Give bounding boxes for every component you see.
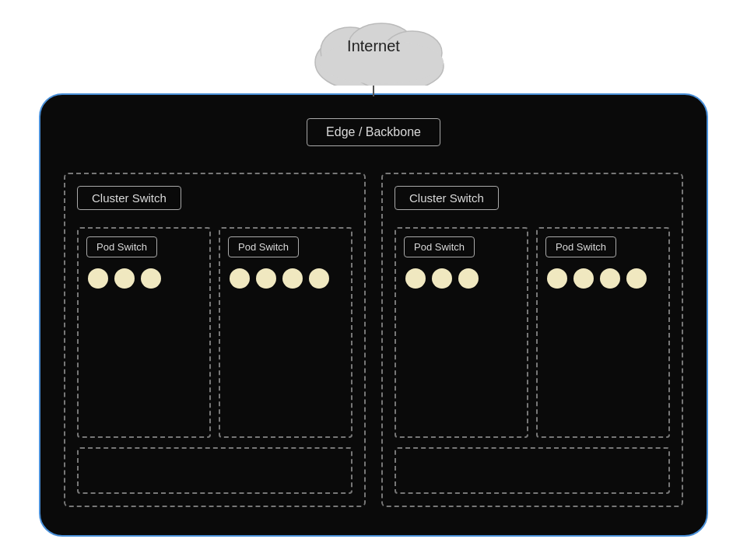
server-dot xyxy=(256,268,276,289)
pods-row-left: Pod Switch Pod Switch xyxy=(77,227,352,438)
pods-row-right: Pod Switch Pod Switch xyxy=(395,227,670,438)
pod-switch-right-1-label: Pod Switch xyxy=(404,236,475,257)
cluster-right: Cluster Switch Pod Switch Pod Switch xyxy=(381,173,683,507)
clusters-row: Cluster Switch Pod Switch Pod Switch xyxy=(64,173,683,507)
pod-left-2: Pod Switch xyxy=(219,227,352,438)
servers-row-right-1 xyxy=(404,265,519,292)
server-dot xyxy=(626,268,647,289)
cloud-shape: Internet xyxy=(296,16,451,86)
server-dot xyxy=(600,268,620,289)
servers-row-left-1 xyxy=(86,265,202,292)
server-dot xyxy=(141,268,161,289)
server-dot xyxy=(547,268,567,289)
diagram-wrapper: Internet Edge / Backbone Cluster Switch … xyxy=(23,16,724,544)
pod-right-2: Pod Switch xyxy=(536,227,670,438)
server-dot xyxy=(432,268,452,289)
server-dot xyxy=(230,268,250,289)
pod-left-1: Pod Switch xyxy=(77,227,211,438)
cluster-switch-left-label: Cluster Switch xyxy=(77,186,181,210)
cluster-right-bottom xyxy=(395,447,670,494)
pod-switch-right-2-label: Pod Switch xyxy=(545,236,616,257)
outer-box: Edge / Backbone Cluster Switch Pod Switc… xyxy=(39,93,708,537)
pod-right-1: Pod Switch xyxy=(395,227,528,438)
server-dot xyxy=(309,268,329,289)
cluster-left: Cluster Switch Pod Switch Pod Switch xyxy=(64,173,366,507)
server-dot xyxy=(88,268,108,289)
cloud-connector-line xyxy=(373,84,374,96)
server-dot xyxy=(405,268,426,289)
server-dot xyxy=(458,268,479,289)
cloud-area: Internet xyxy=(296,16,451,86)
pod-switch-left-2-label: Pod Switch xyxy=(228,236,299,257)
internet-label: Internet xyxy=(347,37,400,55)
server-dot xyxy=(114,268,135,289)
cluster-left-bottom xyxy=(77,447,352,494)
edge-backbone-label: Edge / Backbone xyxy=(326,125,421,138)
pod-switch-left-1-label: Pod Switch xyxy=(86,236,157,257)
server-dot xyxy=(573,268,594,289)
server-dot xyxy=(282,268,303,289)
edge-backbone-box: Edge / Backbone xyxy=(307,118,440,146)
cluster-switch-right-label: Cluster Switch xyxy=(395,186,499,210)
servers-row-right-2 xyxy=(545,265,661,292)
servers-row-left-2 xyxy=(228,265,343,292)
